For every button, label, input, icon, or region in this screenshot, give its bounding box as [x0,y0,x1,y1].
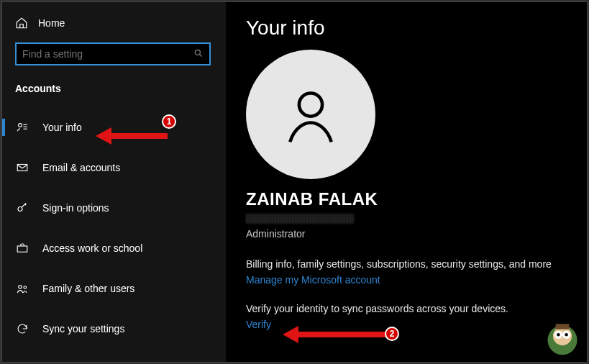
mascot-image [542,317,583,358]
svg-rect-6 [17,165,27,171]
search-input[interactable] [15,42,211,65]
svg-rect-18 [556,324,570,329]
sidebar-item-family[interactable]: Family & other users [2,273,226,304]
key-icon [15,201,29,215]
settings-sidebar: Home Accounts Your info Em [2,2,226,362]
main-content: Your info ZAINAB FALAK Administrator Bil… [226,2,587,362]
svg-point-16 [557,333,560,336]
sidebar-item-email-accounts[interactable]: Email & accounts [2,152,226,183]
home-icon [15,17,28,29]
search-field[interactable] [22,48,188,60]
briefcase-icon [15,241,29,255]
user-name: ZAINAB FALAK [246,189,587,209]
avatar [246,50,375,179]
svg-point-17 [565,333,567,336]
home-label: Home [38,17,65,29]
mail-icon [15,160,29,175]
people-icon [15,281,29,296]
verify-link[interactable]: Verify [246,319,587,330]
sidebar-item-label: Access work or school [42,242,142,254]
svg-point-2 [19,124,22,127]
user-role: Administrator [246,228,587,240]
svg-line-1 [200,54,202,56]
page-title: Your info [246,17,587,40]
sidebar-item-label: Email & accounts [42,162,120,173]
section-title: Accounts [2,70,226,101]
sidebar-item-access-work[interactable]: Access work or school [2,232,226,264]
home-button[interactable]: Home [2,11,226,35]
billing-description: Billing info, family settings, subscript… [246,258,587,270]
user-email-redacted [246,214,354,224]
sidebar-item-sync[interactable]: Sync your settings [2,313,226,345]
manage-account-link[interactable]: Manage my Microsoft account [246,274,587,286]
svg-point-10 [24,286,27,289]
verify-description: Verify your identity to sync passwords a… [246,303,587,314]
svg-rect-8 [17,246,27,252]
person-card-icon [15,120,29,135]
sidebar-item-label: Sync your settings [42,323,124,335]
person-icon [278,81,344,147]
svg-point-7 [18,207,22,211]
sidebar-item-label: Your info [42,122,82,133]
sidebar-item-your-info[interactable]: Your info [2,112,226,143]
sidebar-item-label: Family & other users [42,283,134,294]
sidebar-item-signin-options[interactable]: Sign-in options [2,192,226,224]
sidebar-item-label: Sign-in options [42,202,109,214]
svg-point-11 [299,93,322,116]
svg-point-9 [19,286,22,289]
sync-icon [15,322,29,336]
svg-point-0 [195,50,200,55]
search-icon [193,48,204,60]
